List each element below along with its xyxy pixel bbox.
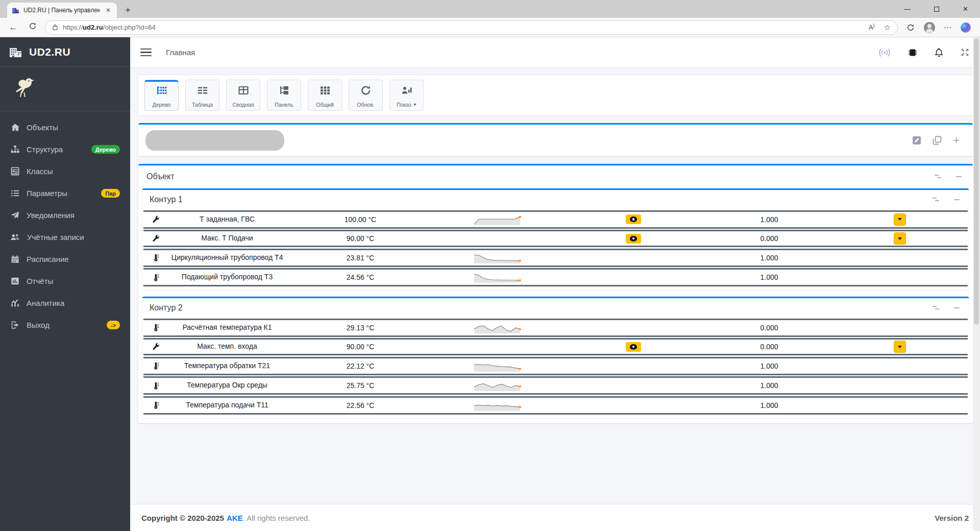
- kontur-title: Контур 2: [150, 303, 183, 312]
- sidebar-item-parameters[interactable]: Параметры Пар: [4, 182, 126, 204]
- window-maximize-button[interactable]: [922, 0, 951, 18]
- parameter-row: Температура подачи Т1122.56 °C1.000: [143, 396, 968, 415]
- sidebar-toggle-icon[interactable]: [140, 49, 152, 56]
- copy-icon[interactable]: [933, 136, 942, 145]
- parameter-coefficient: 1.000: [707, 401, 831, 409]
- thermometer-icon: [143, 253, 168, 262]
- copilot-icon[interactable]: [961, 22, 971, 33]
- sparkline-chart[interactable]: [434, 321, 560, 334]
- parameter-name: Подающий трубопровод Т3: [168, 272, 286, 283]
- edit-icon[interactable]: [912, 136, 921, 145]
- parameter-coefficient: 0.000: [707, 234, 831, 243]
- display-mode-icon: [401, 85, 412, 95]
- chevron-down-icon: [898, 218, 902, 221]
- toolbar-button-display[interactable]: Показ: [389, 80, 424, 111]
- parameter-value: 90.00 °C: [286, 343, 434, 351]
- footer-brand-link[interactable]: AKE: [227, 514, 243, 522]
- toolbar-button-refresh[interactable]: Обнов.: [349, 80, 383, 111]
- parameter-value: 24.56 °C: [286, 273, 434, 281]
- sidebar-item-schedule[interactable]: Расписание: [4, 248, 126, 270]
- new-tab-button[interactable]: +: [125, 5, 131, 16]
- refresh-view-icon: [360, 85, 372, 95]
- favicon-building-icon: [12, 7, 19, 14]
- parameter-dropdown-button[interactable]: [894, 213, 906, 226]
- minimize-icon[interactable]: [954, 199, 960, 201]
- browser-essentials-icon[interactable]: [906, 23, 915, 32]
- sidebar-item-logout[interactable]: Выход ->: [4, 314, 126, 336]
- grid-view-icon: [320, 85, 331, 95]
- toolbar-button-general[interactable]: Общий: [308, 80, 342, 111]
- visibility-toggle[interactable]: [626, 234, 641, 244]
- read-aloud-icon[interactable]: A): [869, 23, 875, 31]
- object-name-placeholder[interactable]: [145, 130, 284, 151]
- kontur-card: Контур 2 Расчётная температура К129.13 °…: [142, 297, 969, 418]
- toolbar-button-table[interactable]: Таблица: [185, 80, 219, 111]
- kontur-card: Контур 1 Т заданная, ГВС100.00 °C1.000Ма…: [142, 188, 969, 290]
- collapse-icon[interactable]: [933, 197, 940, 202]
- address-bar[interactable]: https://ud2.ru/object.php?id=64 A) ☆: [45, 20, 898, 35]
- parameter-coefficient: 1.000: [707, 273, 831, 281]
- sidebar-item-analytics[interactable]: Аналитика: [4, 292, 126, 314]
- sparkline-chart[interactable]: [434, 271, 560, 284]
- refresh-button[interactable]: [26, 22, 40, 33]
- browser-scrollbar[interactable]: [973, 37, 980, 531]
- parameter-dropdown-button[interactable]: [894, 341, 906, 353]
- collapse-icon[interactable]: [933, 305, 940, 310]
- parameter-row: Т заданная, ГВС100.00 °C1.000: [143, 210, 968, 229]
- sidebar: UD2.RU Объекты Структура Дерево: [0, 37, 130, 531]
- breadcrumb[interactable]: Главная: [166, 48, 195, 57]
- sidebar-item-reports[interactable]: Отчёты: [4, 270, 126, 292]
- collapse-icon[interactable]: [935, 174, 942, 179]
- window-close-button[interactable]: ✕: [951, 0, 980, 18]
- sidebar-item-accounts[interactable]: Учётные записи: [4, 226, 126, 248]
- parameter-name: Температура Окр среды: [168, 380, 286, 391]
- more-menu-icon[interactable]: ⋯: [944, 23, 952, 32]
- visibility-toggle[interactable]: [626, 214, 641, 224]
- broadcast-status-icon[interactable]: [878, 47, 891, 58]
- parameter-value: 90.00 °C: [286, 234, 434, 243]
- profile-avatar[interactable]: [924, 22, 935, 33]
- scrollbar-thumb[interactable]: [974, 38, 979, 325]
- chip-icon[interactable]: [908, 47, 918, 58]
- tab-close-icon[interactable]: ✕: [104, 7, 112, 14]
- notifications-bell-icon[interactable]: [934, 47, 944, 58]
- sidebar-menu: Объекты Структура Дерево Классы Параметр…: [0, 111, 130, 341]
- parameter-value: 23.81 °C: [286, 254, 434, 262]
- wrench-icon: [143, 215, 168, 224]
- parameter-name: Расчётная температура К1: [168, 322, 286, 333]
- panel-tree-icon: [279, 85, 290, 95]
- add-icon[interactable]: +: [953, 135, 960, 146]
- parameter-row: Температура обратки Т2122.12 °C1.000: [143, 357, 968, 375]
- window-minimize-button[interactable]: —: [893, 0, 922, 18]
- sparkline-chart[interactable]: [434, 251, 560, 264]
- sidebar-item-classes[interactable]: Классы: [4, 160, 126, 182]
- minimize-icon[interactable]: [956, 176, 962, 178]
- sidebar-item-notifications[interactable]: Уведомления: [4, 204, 126, 226]
- sparkline-chart[interactable]: [434, 359, 560, 373]
- sparkline-chart[interactable]: [434, 213, 560, 226]
- parameter-coefficient: 1.000: [707, 254, 831, 262]
- sparkline-chart[interactable]: [434, 399, 560, 412]
- toolbar-button-panel[interactable]: Панель: [267, 80, 301, 111]
- parameter-coefficient: 0.000: [707, 324, 831, 332]
- favorites-star-icon[interactable]: ☆: [884, 23, 891, 32]
- browser-toolbar: ← https://ud2.ru/object.php?id=64 A) ☆ ⋯: [0, 18, 980, 37]
- logout-badge: ->: [107, 321, 120, 329]
- parameter-dropdown-button[interactable]: [894, 232, 906, 245]
- sidebar-item-structure[interactable]: Структура Дерево: [4, 138, 126, 160]
- fullscreen-icon[interactable]: [960, 47, 970, 57]
- minimize-icon[interactable]: [954, 307, 960, 309]
- toolbar-button-tree[interactable]: Дерево: [144, 80, 179, 111]
- brand-header[interactable]: UD2.RU: [0, 37, 130, 67]
- chevron-down-icon: [898, 346, 902, 348]
- sparkline-chart[interactable]: [434, 379, 560, 392]
- parameter-name: Макс. Т Подачи: [168, 233, 286, 244]
- chevron-down-icon: [413, 104, 416, 106]
- visibility-toggle[interactable]: [626, 342, 641, 352]
- back-button[interactable]: ←: [6, 22, 20, 33]
- toolbar-button-pivot[interactable]: Сводная: [226, 80, 260, 111]
- user-panel: [0, 67, 130, 111]
- sidebar-item-objects[interactable]: Объекты: [4, 116, 126, 138]
- browser-tab[interactable]: UD2.RU | Панель управления ✕: [7, 3, 117, 18]
- lock-icon[interactable]: [52, 24, 58, 31]
